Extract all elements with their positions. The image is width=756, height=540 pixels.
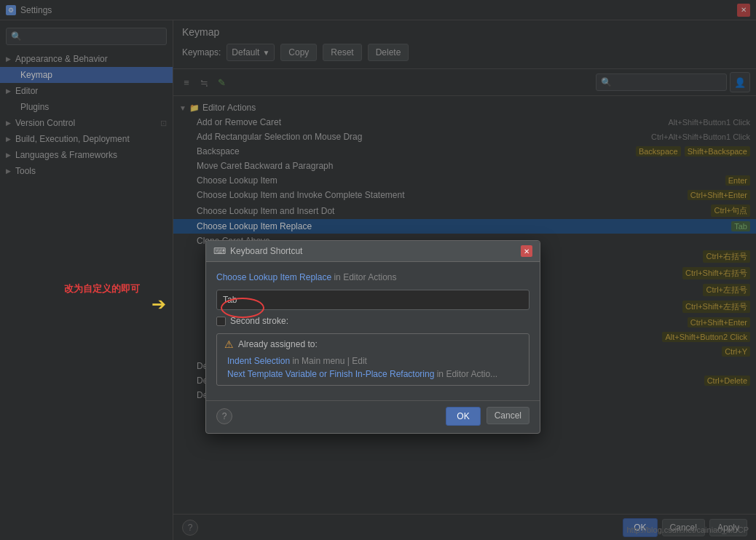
warning-section: ⚠ Already assigned to: Indent Selection … bbox=[216, 333, 529, 386]
warning-item-name: Next Template Variable or Finish In-Plac… bbox=[227, 369, 434, 379]
action-name: Choose Lookup Item Replace bbox=[216, 272, 331, 282]
warning-label: Already assigned to: bbox=[238, 339, 318, 349]
dialog-help-button[interactable]: ? bbox=[216, 408, 232, 424]
dialog-ok-button[interactable]: OK bbox=[446, 407, 480, 426]
dialog-title-left: ⌨ Keyboard Shortcut bbox=[213, 246, 302, 256]
second-stroke-checkbox[interactable] bbox=[216, 317, 226, 326]
dialog-title-bar: ⌨ Keyboard Shortcut ✕ bbox=[206, 241, 540, 262]
shortcut-input-field[interactable]: Tab bbox=[216, 290, 529, 310]
warning-item-name: Indent Selection bbox=[227, 356, 290, 366]
dialog-title: Keyboard Shortcut bbox=[230, 246, 302, 256]
annotation-arrow: ➔ bbox=[151, 294, 166, 314]
warning-header: ⚠ Already assigned to: bbox=[224, 338, 521, 350]
dialog-description: Choose Lookup Item Replace in Editor Act… bbox=[216, 272, 529, 282]
annotation: 改为自定义的即可 ➔ bbox=[64, 282, 140, 295]
warning-item: Next Template Variable or Finish In-Plac… bbox=[224, 368, 521, 381]
keyboard-icon: ⌨ bbox=[213, 246, 226, 256]
warning-item: Indent Selection in Main menu | Edit bbox=[224, 354, 521, 368]
dialog-buttons: OK Cancel bbox=[446, 407, 529, 426]
description-in-context: in Editor Actions bbox=[334, 272, 396, 282]
dialog-body: Choose Lookup Item Replace in Editor Act… bbox=[206, 262, 540, 400]
second-stroke-label: Second stroke: bbox=[230, 316, 288, 326]
warning-item-context-text: in Main menu | Edit bbox=[292, 356, 367, 366]
dialog-cancel-button[interactable]: Cancel bbox=[487, 407, 529, 424]
dialog-footer: ? OK Cancel bbox=[206, 400, 540, 433]
dialog-close-button[interactable]: ✕ bbox=[521, 245, 532, 257]
shortcut-value: Tab bbox=[223, 295, 237, 305]
warning-icon: ⚠ bbox=[224, 338, 234, 350]
warning-item-context-text: in Editor Actio... bbox=[437, 369, 497, 379]
annotation-text: 改为自定义的即可 bbox=[64, 282, 140, 295]
keyboard-shortcut-dialog: ⌨ Keyboard Shortcut ✕ Choose Lookup Item… bbox=[205, 240, 540, 434]
second-stroke-row: Second stroke: bbox=[216, 316, 529, 326]
